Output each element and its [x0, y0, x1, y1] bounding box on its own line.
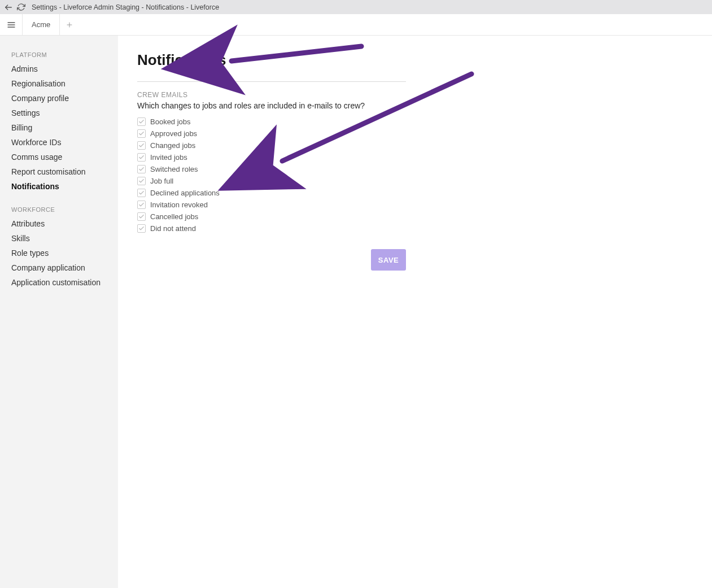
sidebar-item-attributes[interactable]: Attributes	[0, 216, 118, 231]
checkbox-did-not-attend[interactable]: Did not attend	[137, 223, 712, 234]
checkbox-icon	[137, 212, 146, 221]
sidebar-group-workforce: WORKFORCE	[0, 206, 118, 216]
checkbox-label: Invited jobs	[150, 153, 187, 162]
browser-title: Settings - Liveforce Admin Staging - Not…	[32, 3, 219, 11]
sidebar-item-regionalisation[interactable]: Regionalisation	[0, 76, 118, 91]
checkbox-label: Cancelled jobs	[150, 212, 198, 221]
checkbox-label: Changed jobs	[150, 141, 195, 150]
back-icon[interactable]	[3, 2, 14, 12]
checkbox-label: Approved jobs	[150, 129, 197, 138]
add-tab-button[interactable]	[60, 14, 79, 35]
checkbox-invitation-revoked[interactable]: Invitation revoked	[137, 199, 712, 211]
checkbox-icon	[137, 177, 146, 185]
sidebar-item-notifications[interactable]: Notifications	[0, 179, 118, 194]
checkbox-job-full[interactable]: Job full	[137, 175, 712, 187]
checkbox-label: Job full	[150, 177, 173, 185]
page-title: Notifications	[137, 51, 712, 69]
sidebar-item-comms-usage[interactable]: Comms usage	[0, 150, 118, 164]
sidebar-item-workforce-ids[interactable]: Workforce IDs	[0, 135, 118, 150]
section-description: Which changes to jobs and roles are incl…	[137, 101, 712, 110]
checkbox-label: Declined applications	[150, 189, 220, 197]
workspace-tab-acme[interactable]: Acme	[23, 14, 60, 35]
checkbox-changed-jobs[interactable]: Changed jobs	[137, 140, 712, 151]
checkbox-booked-jobs[interactable]: Booked jobs	[137, 116, 712, 128]
menu-icon[interactable]	[0, 14, 23, 35]
refresh-icon[interactable]	[16, 2, 26, 12]
checkbox-label: Invitation revoked	[150, 201, 208, 209]
checkbox-label: Did not attend	[150, 224, 196, 233]
checkbox-icon	[137, 153, 146, 162]
sidebar-item-company-application[interactable]: Company application	[0, 260, 118, 275]
checkbox-icon	[137, 224, 146, 233]
checkbox-icon	[137, 165, 146, 173]
checkbox-invited-jobs[interactable]: Invited jobs	[137, 151, 712, 163]
checkbox-icon	[137, 141, 146, 150]
checkbox-label: Switched roles	[150, 165, 198, 173]
checkbox-label: Booked jobs	[150, 117, 191, 126]
checkbox-icon	[137, 117, 146, 126]
checkbox-group: Booked jobs Approved jobs Changed jobs I…	[137, 116, 712, 234]
checkbox-icon	[137, 189, 146, 197]
checkbox-icon	[137, 129, 146, 138]
save-button[interactable]: SAVE	[371, 249, 406, 271]
sidebar: PLATFORM Admins Regionalisation Company …	[0, 36, 118, 588]
main-content: Notifications CREW EMAILS Which changes …	[118, 36, 712, 588]
checkbox-approved-jobs[interactable]: Approved jobs	[137, 128, 712, 140]
divider	[137, 81, 406, 82]
sidebar-item-billing[interactable]: Billing	[0, 120, 118, 135]
sidebar-group-platform: PLATFORM	[0, 51, 118, 62]
sidebar-item-application-customisation[interactable]: Application customisation	[0, 275, 118, 290]
sidebar-item-role-types[interactable]: Role types	[0, 246, 118, 260]
section-label-crew-emails: CREW EMAILS	[137, 91, 712, 99]
checkbox-cancelled-jobs[interactable]: Cancelled jobs	[137, 211, 712, 223]
sidebar-item-company-profile[interactable]: Company profile	[0, 91, 118, 106]
sidebar-item-report-customisation[interactable]: Report customisation	[0, 164, 118, 179]
workspace-tab-label: Acme	[32, 20, 50, 29]
checkbox-icon	[137, 201, 146, 209]
browser-chrome: Settings - Liveforce Admin Staging - Not…	[0, 0, 712, 14]
checkbox-declined-applications[interactable]: Declined applications	[137, 187, 712, 199]
save-button-label: SAVE	[378, 256, 399, 264]
sidebar-item-admins[interactable]: Admins	[0, 62, 118, 76]
sidebar-item-settings[interactable]: Settings	[0, 106, 118, 120]
workspace-tabbar: Acme	[0, 14, 712, 36]
sidebar-item-skills[interactable]: Skills	[0, 231, 118, 246]
checkbox-switched-roles[interactable]: Switched roles	[137, 163, 712, 175]
